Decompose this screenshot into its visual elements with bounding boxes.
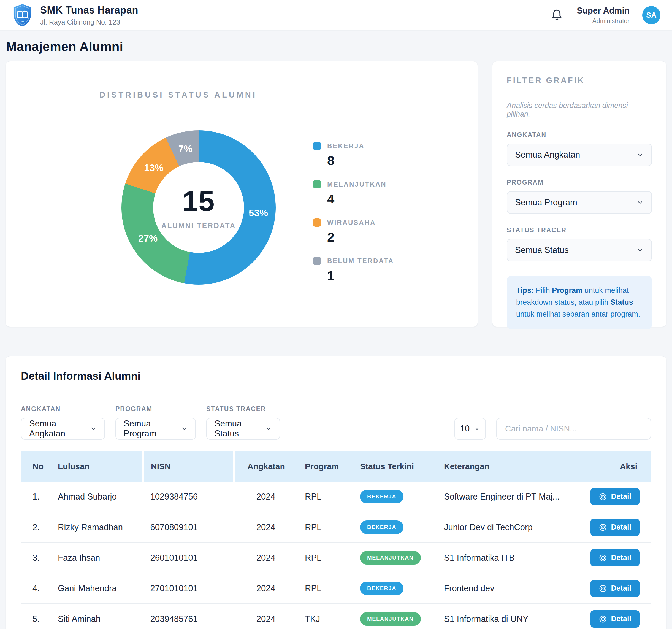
eye-icon bbox=[599, 554, 607, 562]
cell-angkatan: 2024 bbox=[234, 482, 298, 512]
tips-bold: Status bbox=[610, 298, 633, 306]
col-angkatan: Angkatan bbox=[234, 451, 298, 482]
col-aksi: Aksi bbox=[578, 451, 651, 482]
tips-box: Tips: Pilih Program untuk melihat breakd… bbox=[507, 276, 652, 329]
page-title: Manajemen Alumni bbox=[6, 39, 666, 54]
slice-percent-label: 53% bbox=[249, 207, 268, 218]
detail-button[interactable]: Detail bbox=[591, 549, 640, 566]
table-status-select[interactable]: Semua Status bbox=[206, 418, 280, 440]
legend-item: BELUM TERDATA 1 bbox=[313, 257, 394, 283]
notification-bell-icon[interactable] bbox=[550, 8, 564, 22]
user-name: Super Admin bbox=[577, 6, 630, 16]
chevron-down-icon bbox=[265, 425, 272, 432]
alumni-table-card: Detail Informasi Alumni ANGKATAN Semua A… bbox=[5, 356, 667, 629]
alumni-table: No Lulusan NISN Angkatan Program Status … bbox=[21, 451, 651, 629]
table-header-row: No Lulusan NISN Angkatan Program Status … bbox=[21, 451, 651, 482]
table-row: 3. Faza Ihsan 2601010101 2024 RPL MELANJ… bbox=[21, 542, 651, 573]
table-row: 1. Ahmad Subarjo 1029384756 2024 RPL BEK… bbox=[21, 482, 651, 512]
chevron-down-icon bbox=[637, 151, 644, 158]
status-badge: MELANJUTKAN bbox=[360, 612, 421, 626]
field-angkatan: ANGKATAN Semua Angkatan bbox=[21, 405, 105, 440]
table-program-select[interactable]: Semua Program bbox=[115, 418, 196, 440]
detail-button[interactable]: Detail bbox=[591, 610, 640, 628]
table-angkatan-select[interactable]: Semua Angkatan bbox=[21, 418, 105, 440]
cell-nisn: 2039485761 bbox=[143, 604, 234, 629]
cell-program: TKJ bbox=[298, 604, 353, 629]
field-status-tracer: STATUS TRACER Semua Status bbox=[507, 227, 652, 261]
eye-icon bbox=[599, 584, 607, 592]
select-value: Semua Status bbox=[215, 419, 265, 439]
filter-panel: FILTER GRAFIK Analisis cerdas berdasarka… bbox=[492, 61, 667, 327]
top-bar: TH SMK Tunas Harapan Jl. Raya Cibinong N… bbox=[0, 0, 672, 31]
cell-no: 2. bbox=[21, 512, 51, 542]
cell-no: 4. bbox=[21, 573, 51, 604]
cell-angkatan: 2024 bbox=[234, 512, 298, 542]
status-badge: BEKERJA bbox=[360, 520, 404, 534]
page-size-select[interactable]: 10 bbox=[454, 418, 486, 440]
user-role: Administrator bbox=[577, 17, 630, 25]
cell-name: Siti Aminah bbox=[51, 604, 143, 629]
brand-text: SMK Tunas Harapan Jl. Raya Cibinong No. … bbox=[40, 4, 138, 26]
cell-program: RPL bbox=[298, 542, 353, 573]
table-row: 5. Siti Aminah 2039485761 2024 TKJ MELAN… bbox=[21, 604, 651, 629]
col-program: Program bbox=[298, 451, 353, 482]
cell-keterangan: S1 Informatika di UNY bbox=[437, 604, 578, 629]
col-status: Status Terkini bbox=[353, 451, 437, 482]
cell-name: Rizky Ramadhan bbox=[51, 512, 143, 542]
filter-panel-title: FILTER GRAFIK bbox=[507, 76, 652, 85]
legend-item: MELANJUTKAN 4 bbox=[313, 180, 394, 206]
field-label: ANGKATAN bbox=[21, 405, 105, 413]
cell-no: 5. bbox=[21, 604, 51, 629]
eye-icon bbox=[599, 523, 607, 532]
select-value: Semua Status bbox=[515, 245, 569, 255]
search-input[interactable] bbox=[496, 418, 651, 440]
field-label: PROGRAM bbox=[115, 405, 196, 413]
legend-item: WIRAUSAHA 2 bbox=[313, 218, 394, 244]
cell-program: RPL bbox=[298, 573, 353, 604]
eye-icon bbox=[599, 615, 607, 623]
chevron-down-icon bbox=[181, 425, 188, 432]
detail-button[interactable]: Detail bbox=[591, 518, 640, 536]
svg-text:TH: TH bbox=[21, 20, 24, 23]
tips-bold: Tips: bbox=[516, 286, 534, 295]
school-name: SMK Tunas Harapan bbox=[40, 4, 138, 16]
top-right: Super Admin Administrator SA bbox=[550, 6, 661, 25]
cell-keterangan: Junior Dev di TechCorp bbox=[437, 512, 578, 542]
tips-text: untuk melihat sebaran antar program. bbox=[516, 310, 640, 318]
status-select[interactable]: Semua Status bbox=[507, 239, 652, 261]
cell-keterangan: Frontend dev bbox=[437, 573, 578, 604]
status-badge: BEKERJA bbox=[360, 582, 404, 595]
program-select[interactable]: Semua Program bbox=[507, 191, 652, 214]
detail-label: Detail bbox=[611, 523, 631, 532]
slice-percent-label: 7% bbox=[178, 143, 193, 154]
detail-label: Detail bbox=[611, 615, 631, 623]
legend-swatch bbox=[313, 257, 321, 265]
table-row: 2. Rizky Ramadhan 6070809101 2024 RPL BE… bbox=[21, 512, 651, 542]
field-program: PROGRAM Semua Program bbox=[507, 179, 652, 214]
legend-item: BEKERJA 8 bbox=[313, 142, 394, 168]
cell-name: Faza Ihsan bbox=[51, 542, 143, 573]
detail-button[interactable]: Detail bbox=[591, 488, 640, 505]
user-meta: Super Admin Administrator bbox=[577, 6, 630, 25]
donut-center-label: ALUMNI TERDATA bbox=[161, 222, 236, 230]
field-label: STATUS TRACER bbox=[206, 405, 280, 413]
col-no: No bbox=[21, 451, 51, 482]
detail-label: Detail bbox=[611, 584, 631, 592]
legend-value: 8 bbox=[327, 153, 394, 168]
detail-label: Detail bbox=[611, 492, 631, 501]
col-nisn: NISN bbox=[143, 451, 234, 482]
legend-value: 2 bbox=[327, 230, 394, 244]
tips-bold: Program bbox=[552, 286, 582, 295]
avatar[interactable]: SA bbox=[642, 6, 661, 24]
detail-button[interactable]: Detail bbox=[591, 580, 640, 597]
legend-value: 1 bbox=[327, 268, 394, 283]
cell-nisn: 2601010101 bbox=[143, 542, 234, 573]
divider bbox=[6, 393, 666, 393]
cell-name: Gani Mahendra bbox=[51, 573, 143, 604]
select-value: 10 bbox=[460, 424, 470, 434]
school-shield-logo-icon: TH bbox=[11, 3, 33, 27]
cell-angkatan: 2024 bbox=[234, 604, 298, 629]
angkatan-select[interactable]: Semua Angkatan bbox=[507, 143, 652, 166]
cell-nisn: 1029384756 bbox=[143, 482, 234, 512]
table-row: 4. Gani Mahendra 2701010101 2024 RPL BEK… bbox=[21, 573, 651, 604]
